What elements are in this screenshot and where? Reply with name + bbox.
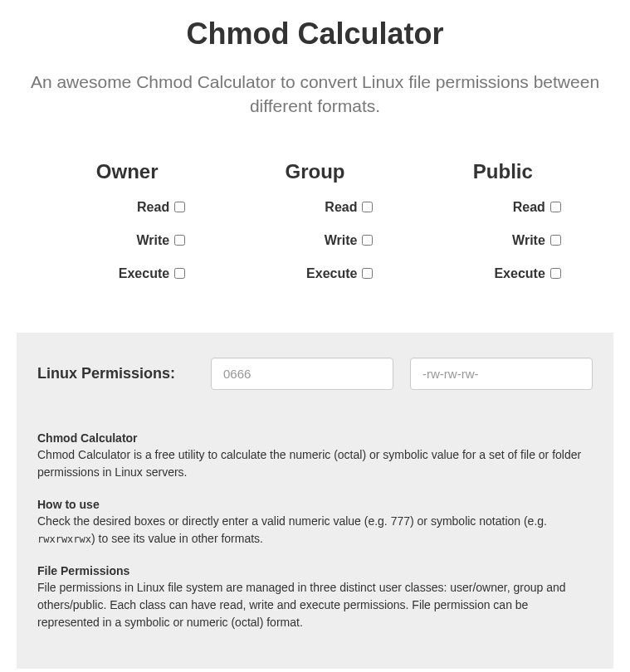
group-read-checkbox[interactable]: [362, 202, 373, 212]
info-heading: How to use: [37, 498, 593, 511]
group-execute-label: Execute: [306, 266, 357, 281]
public-write-row: Write: [420, 233, 586, 248]
group-read-label: Read: [325, 200, 357, 215]
owner-heading: Owner: [44, 160, 210, 183]
group-write-checkbox[interactable]: [362, 235, 373, 246]
public-column: Public Read Write Execute: [420, 160, 586, 299]
page-title: Chmod Calculator: [17, 17, 613, 51]
symbolic-input[interactable]: [410, 358, 593, 390]
owner-execute-row: Execute: [44, 266, 210, 281]
group-write-row: Write: [232, 233, 398, 248]
public-execute-checkbox[interactable]: [550, 268, 561, 279]
results-row: Linux Permissions:: [37, 358, 593, 390]
info-body-code: rwxrwxrwx: [37, 533, 91, 545]
results-panel: Linux Permissions: Chmod Calculator Chmo…: [17, 333, 613, 669]
group-execute-checkbox[interactable]: [362, 268, 373, 279]
owner-write-checkbox[interactable]: [174, 235, 185, 246]
info-body-suffix: ) to see its value in other formats.: [91, 532, 263, 545]
group-column: Group Read Write Execute: [232, 160, 398, 299]
info-body: Chmod Calculator is a free utility to ca…: [37, 446, 593, 481]
info-body: File permissions in Linux file system ar…: [37, 579, 593, 631]
octal-input[interactable]: [211, 358, 393, 390]
group-write-label: Write: [325, 233, 358, 248]
owner-execute-label: Execute: [119, 266, 169, 281]
group-execute-row: Execute: [232, 266, 398, 281]
permissions-grid: Owner Read Write Execute Group Read Writ…: [17, 160, 613, 299]
group-heading: Group: [232, 160, 398, 183]
info-file-permissions: File Permissions File permissions in Lin…: [37, 564, 593, 631]
info-heading: Chmod Calculator: [37, 431, 593, 445]
public-write-label: Write: [512, 233, 545, 248]
public-read-label: Read: [513, 200, 545, 215]
public-execute-label: Execute: [494, 266, 545, 281]
owner-column: Owner Read Write Execute: [44, 160, 210, 299]
info-heading: File Permissions: [37, 564, 593, 577]
owner-read-checkbox[interactable]: [174, 202, 185, 212]
results-inputs: [211, 358, 593, 390]
public-read-checkbox[interactable]: [550, 202, 561, 212]
owner-read-label: Read: [137, 200, 169, 215]
info-chmod-calculator: Chmod Calculator Chmod Calculator is a f…: [37, 431, 593, 481]
public-execute-row: Execute: [420, 266, 586, 281]
owner-write-row: Write: [44, 233, 210, 248]
owner-execute-checkbox[interactable]: [174, 268, 185, 279]
page-subtitle: An awesome Chmod Calculator to convert L…: [17, 70, 613, 119]
public-write-checkbox[interactable]: [550, 235, 561, 246]
owner-write-label: Write: [136, 233, 169, 248]
public-heading: Public: [420, 160, 586, 183]
public-read-row: Read: [420, 200, 586, 215]
info-body: Check the desired boxes or directly ente…: [37, 513, 593, 548]
results-label: Linux Permissions:: [37, 365, 211, 382]
owner-read-row: Read: [44, 200, 210, 215]
info-body-prefix: Check the desired boxes or directly ente…: [37, 514, 547, 528]
group-read-row: Read: [232, 200, 398, 215]
info-how-to-use: How to use Check the desired boxes or di…: [37, 498, 593, 548]
